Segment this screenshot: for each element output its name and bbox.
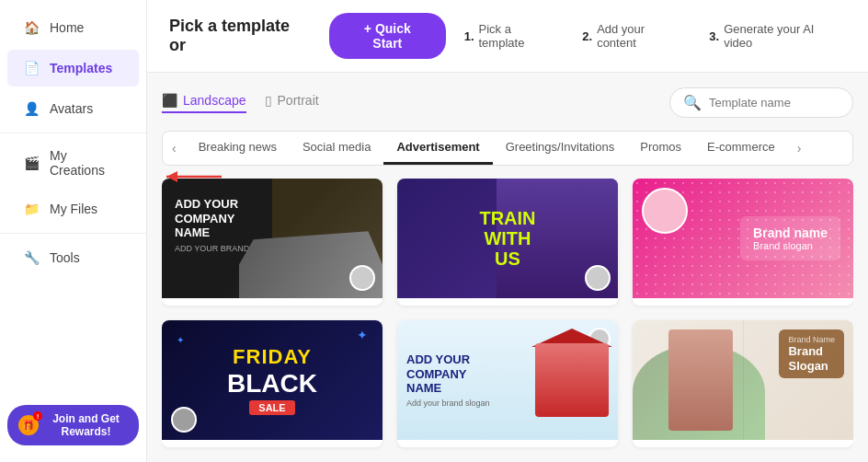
fitness-thumb-text: TRAINWITHUS (479, 208, 535, 269)
orientation-row: ⬛ Landscape ▯ Portrait 🔍 (162, 87, 853, 118)
template-thumb-beauty: Brand name Brand slogan (633, 179, 853, 298)
step-1-num: 1. (464, 29, 474, 43)
model-avatar (642, 188, 688, 234)
templates-icon: 📄 (22, 59, 40, 77)
sparkle-icon: ✦ (357, 328, 368, 342)
avatar (171, 407, 197, 433)
sidebar-item-templates[interactable]: 📄 Templates (7, 50, 139, 87)
step-3-text: Generate your AI video (724, 22, 846, 50)
re-sub-text: Add your brand slogan (406, 398, 526, 408)
tab-landscape[interactable]: ⬛ Landscape (162, 93, 246, 113)
template-thumb-realestate: ADD YOURCOMPANYNAME Add your brand sloga… (397, 320, 618, 440)
home-icon: 🏠 (22, 18, 40, 37)
template-thumb-fitness: TRAINWITHUS (397, 179, 618, 298)
beauty-slogan: Brand slogan (753, 240, 828, 251)
template-thumb-car-sales: ADD YOURCOMPANYNAME Add your brand sloga… (162, 179, 383, 298)
sidebar-item-my-creations[interactable]: 🎬 My Creations (7, 139, 139, 187)
avatar (349, 265, 375, 291)
house-image (535, 343, 609, 417)
template-label-skincare: Skincare Products Promotion (633, 440, 853, 447)
tab-portrait[interactable]: ▯ Portrait (265, 93, 319, 113)
sidebar-item-tools[interactable]: 🔧 Tools (7, 239, 139, 276)
template-label-sport-fitness: Sport Fitness Promo Ad (397, 298, 618, 306)
template-card-sport-fitness[interactable]: TRAINWITHUS Sport Fitness Promo Ad (397, 179, 618, 306)
template-grid: ADD YOURCOMPANYNAME Add your brand sloga… (162, 179, 853, 462)
category-advertisement[interactable]: Advertisement (383, 132, 492, 165)
sidebar-label-templates: Templates (50, 61, 112, 75)
reward-badge: ! (33, 411, 42, 421)
template-card-senior-car-sales[interactable]: ADD YOURCOMPANYNAME Add your brand sloga… (162, 179, 383, 306)
search-icon: 🔍 (683, 94, 702, 111)
sidebar-label-creations: My Creations (50, 148, 124, 178)
skincare-brand-box: Brand Name BrandSlogan (779, 329, 844, 378)
skincare-brand-name-small: Brand Name (788, 335, 835, 344)
sparkle-icon-2: ✦ (177, 335, 184, 345)
category-breaking-news[interactable]: Breaking news (186, 132, 290, 165)
quick-start-button[interactable]: + Quick Start (329, 13, 446, 59)
content-area: ⬛ Landscape ▯ Portrait 🔍 ‹ Breaking news… (147, 73, 868, 462)
join-rewards-label: Join and Get Rewards! (44, 412, 128, 438)
header-bar: Pick a template or + Quick Start 1. Pick… (147, 0, 868, 73)
step-3: 3. Generate your AI video (709, 22, 846, 50)
sidebar-label-home: Home (50, 20, 84, 35)
step-1-text: Pick a template (479, 22, 561, 50)
category-row: ‹ Breaking news Social media Advertiseme… (162, 131, 853, 166)
step-2-text: Add your content (597, 22, 687, 50)
search-box[interactable]: 🔍 (669, 87, 853, 118)
creations-icon: 🎬 (22, 154, 40, 172)
template-card-black-friday[interactable]: ✦ ✦ FRIDAY BLACK SALE Black Friday Sale (162, 320, 383, 447)
step-1: 1. Pick a template (464, 22, 561, 50)
category-prev-button[interactable]: ‹ (163, 133, 186, 163)
step-2: 2. Add your content (582, 22, 687, 50)
portrait-label: Portrait (278, 93, 319, 108)
template-label-real-estate: Real Estate Promotion (397, 440, 618, 447)
category-ecommerce[interactable]: E-commerce (694, 132, 788, 165)
sidebar-bottom: 🎁 ! Join and Get Rewards! (0, 396, 146, 455)
sale-badge: SALE (249, 400, 294, 415)
template-thumb-skincare: Brand Name BrandSlogan (633, 320, 853, 440)
beauty-text-box: Brand name Brand slogan (740, 216, 840, 260)
step-3-num: 3. (709, 29, 719, 43)
friday-text: FRIDAY (233, 345, 312, 369)
sidebar-label-tools: Tools (50, 250, 80, 265)
step-2-num: 2. (582, 29, 592, 43)
house-container (535, 343, 609, 417)
search-input[interactable] (709, 96, 839, 110)
skincare-brand-text: BrandSlogan (788, 344, 835, 373)
beauty-brand-name: Brand name (753, 225, 828, 240)
template-card-skincare[interactable]: Brand Name BrandSlogan Skincare Products… (633, 320, 853, 447)
sidebar-label-files: My Files (50, 202, 97, 216)
category-promos[interactable]: Promos (627, 132, 694, 165)
sidebar-item-avatars[interactable]: 👤 Avatars (7, 90, 139, 127)
avatar (585, 265, 611, 291)
header-title: Pick a template or (169, 17, 311, 55)
category-next-button[interactable]: › (788, 133, 811, 163)
sidebar: 🏠 Home 📄 Templates 👤 Avatars 🎬 My Creati… (0, 0, 147, 462)
reward-icon: 🎁 ! (18, 415, 39, 435)
portrait-icon: ▯ (265, 93, 272, 108)
model-photo (651, 320, 750, 440)
template-card-beauty-products[interactable]: Brand name Brand slogan Beauty Products … (633, 179, 853, 306)
files-icon: 📁 (22, 200, 40, 218)
arrow-indicator (157, 163, 231, 194)
steps-info: 1. Pick a template 2. Add your content 3… (464, 22, 846, 50)
category-greetings[interactable]: Greetings/Invitations (493, 132, 628, 165)
template-card-real-estate[interactable]: ADD YOURCOMPANYNAME Add your brand sloga… (397, 320, 618, 447)
template-label-beauty: Beauty Products Promotion (633, 298, 853, 306)
re-text: ADD YOURCOMPANYNAME Add your brand sloga… (406, 352, 526, 408)
category-social-media[interactable]: Social media (290, 132, 383, 165)
template-label-car-sales: Senior Car Sales (162, 298, 383, 306)
sidebar-item-home[interactable]: 🏠 Home (7, 9, 139, 46)
tools-icon: 🔧 (22, 248, 40, 267)
sidebar-label-avatars: Avatars (50, 101, 93, 116)
template-thumb-friday: ✦ ✦ FRIDAY BLACK SALE (162, 320, 383, 440)
template-label-black-friday: Black Friday Sale (162, 440, 383, 447)
re-add-text: ADD YOURCOMPANYNAME (406, 352, 526, 396)
avatars-icon: 👤 (22, 99, 40, 118)
black-text: BLACK (227, 369, 317, 398)
main-area: Pick a template or + Quick Start 1. Pick… (147, 0, 868, 462)
sidebar-item-my-files[interactable]: 📁 My Files (7, 191, 139, 227)
landscape-icon: ⬛ (162, 93, 177, 108)
join-rewards-button[interactable]: 🎁 ! Join and Get Rewards! (7, 405, 139, 445)
svg-marker-1 (166, 171, 177, 182)
